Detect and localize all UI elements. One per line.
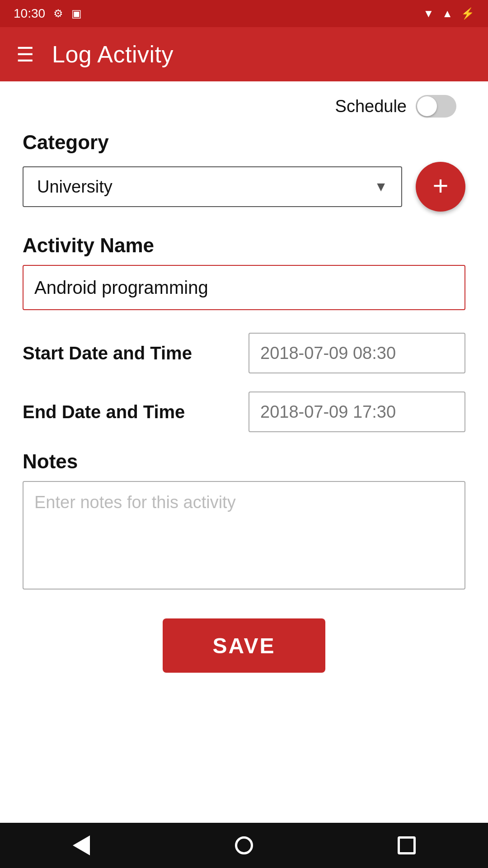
end-datetime-input[interactable]: [249, 392, 465, 432]
save-row: SAVE: [23, 618, 465, 673]
plus-icon: +: [432, 172, 448, 199]
save-button[interactable]: SAVE: [163, 618, 325, 673]
category-section: Category University ▼ +: [23, 131, 465, 212]
activity-name-label: Activity Name: [23, 234, 465, 257]
app-bar: ☰ Log Activity: [0, 27, 488, 81]
schedule-toggle[interactable]: [416, 95, 456, 118]
end-datetime-row: End Date and Time: [23, 392, 465, 432]
toggle-thumb: [417, 96, 437, 116]
start-datetime-input[interactable]: [249, 333, 465, 373]
app-title: Log Activity: [52, 41, 174, 68]
home-icon: [235, 836, 253, 854]
chevron-down-icon: ▼: [374, 179, 388, 194]
status-time: 10:30: [14, 6, 45, 21]
home-button[interactable]: [226, 827, 262, 863]
signal-icon: ▲: [442, 7, 453, 20]
start-datetime-label: Start Date and Time: [23, 343, 249, 363]
activity-name-input[interactable]: [23, 265, 465, 310]
status-bar: 10:30 ⚙ ▣ ▼ ▲ ⚡: [0, 0, 488, 27]
category-selected-value: University: [37, 177, 113, 197]
notes-label: Notes: [23, 450, 465, 473]
start-datetime-row: Start Date and Time: [23, 333, 465, 373]
category-row: University ▼ +: [23, 162, 465, 212]
back-button[interactable]: [63, 827, 99, 863]
category-dropdown[interactable]: University ▼: [23, 166, 402, 207]
add-category-button[interactable]: +: [416, 162, 465, 212]
wifi-icon: ▼: [423, 7, 434, 20]
menu-icon[interactable]: ☰: [16, 43, 34, 66]
settings-icon: ⚙: [53, 7, 63, 20]
schedule-row: Schedule: [23, 95, 465, 118]
back-icon: [73, 835, 90, 855]
category-label: Category: [23, 131, 465, 154]
status-right: ▼ ▲ ⚡: [423, 7, 474, 20]
nav-bar: [0, 823, 488, 868]
main-content: Schedule Category University ▼ + Activit…: [0, 81, 488, 686]
recent-icon: [398, 836, 416, 854]
end-datetime-label: End Date and Time: [23, 402, 249, 422]
activity-name-section: Activity Name: [23, 234, 465, 310]
schedule-label: Schedule: [335, 97, 407, 116]
status-left: 10:30 ⚙ ▣: [14, 6, 82, 21]
battery-icon: ⚡: [461, 7, 474, 20]
notes-input[interactable]: [23, 481, 465, 590]
notes-section: Notes: [23, 450, 465, 591]
sdcard-icon: ▣: [71, 7, 82, 20]
recent-button[interactable]: [389, 827, 425, 863]
